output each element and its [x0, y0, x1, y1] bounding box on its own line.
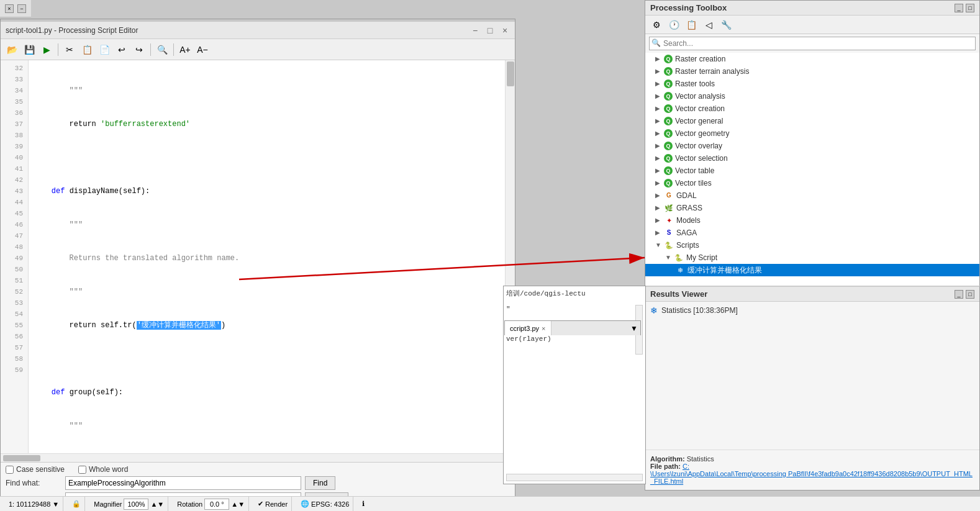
tree-item-vector-table[interactable]: ▶ Q Vector table — [645, 165, 979, 177]
tree-item-raster-terrain[interactable]: ▶ Q Raster terrain analysis — [645, 65, 979, 78]
grass-icon: 🌿 — [664, 203, 674, 213]
second-editor-hscrollbar[interactable] — [506, 474, 643, 481]
toolbox-help-btn[interactable]: ◁ — [701, 17, 716, 32]
close-btn[interactable]: × — [500, 25, 510, 35]
line-num-34: 34 — [1, 85, 28, 96]
tree-label-vector-analysis: Vector analysis — [675, 90, 725, 102]
line-num-46: 46 — [1, 219, 28, 230]
results-item-statistics[interactable]: ❄ Statistics [10:38:36PM] — [650, 304, 974, 317]
case-sensitive-checkbox[interactable] — [6, 466, 14, 474]
editor-hscrollbar[interactable] — [1, 453, 515, 462]
tree-label-vector-overlay: Vector overlay — [675, 140, 722, 152]
status-crs[interactable]: 🌐 EPSG: 4326 — [297, 497, 353, 511]
toolbox-results-btn[interactable]: 📋 — [684, 17, 699, 32]
tree-item-vector-overlay[interactable]: ▶ Q Vector overlay — [645, 140, 979, 152]
status-messages[interactable]: ℹ — [358, 497, 368, 511]
case-sensitive-label[interactable]: Case sensitive — [6, 465, 65, 474]
find-btn-toolbar[interactable]: 🔍 — [155, 42, 170, 57]
raster-terrain-icon: Q — [664, 67, 673, 76]
second-tab-close[interactable]: × — [542, 325, 545, 332]
line-num-49: 49 — [1, 253, 28, 264]
restore-btn[interactable]: □ — [485, 25, 495, 35]
minimize-btn[interactable]: − — [470, 25, 480, 35]
line-num-47: 47 — [1, 230, 28, 242]
tree-item-scripts[interactable]: ▼ 🐍 Scripts — [645, 239, 979, 251]
line-num-43: 43 — [1, 186, 28, 197]
code-line-42: """ — [34, 420, 500, 432]
toolbox-history-btn[interactable]: 🕐 — [666, 17, 681, 32]
line-num-51: 51 — [1, 275, 28, 286]
line-num-33: 33 — [1, 74, 28, 85]
font-decrease-btn[interactable]: A− — [195, 42, 210, 57]
code-area[interactable]: """ return 'bufferrasterextend' def disp… — [29, 60, 505, 453]
tree-item-vector-general[interactable]: ▶ Q Vector general — [645, 115, 979, 127]
results-title: Results Viewer — [650, 289, 707, 299]
toolbox-run-btn[interactable]: ⚙ — [649, 17, 664, 32]
tree-item-myscript[interactable]: ▼ 🐍 My Script — [645, 251, 979, 264]
algo-info-path[interactable]: \Users\lzuni\AppData\Local\Temp\processi… — [650, 470, 974, 485]
tree-item-buffer-script[interactable]: ❄ 缓冲计算并栅格化结果 — [645, 264, 979, 276]
tree-item-raster-creation[interactable]: ▶ Q Raster creation — [645, 53, 979, 65]
code-line-41: def group(self): — [34, 387, 500, 398]
open-file-btn[interactable]: 📂 — [4, 42, 19, 57]
magnifier-label: Magnifier — [94, 500, 122, 508]
line-num-57: 57 — [1, 342, 28, 353]
whole-word-label[interactable]: Whole word — [78, 465, 128, 474]
tree-toggle: ▼ — [655, 239, 661, 251]
save-btn[interactable]: 💾 — [22, 42, 37, 57]
line-num-38: 38 — [1, 130, 28, 141]
tree-item-raster-tools[interactable]: ▶ Q Raster tools — [645, 78, 979, 90]
scrollbar-thumb[interactable] — [507, 61, 514, 86]
hscrollbar-thumb[interactable] — [3, 455, 40, 461]
second-editor: 培训/code/qgis-lectu " f, "dem") ver(rlaye… — [503, 286, 646, 484]
paste-btn[interactable]: 📄 — [97, 42, 112, 57]
tree-toggle: ▼ — [665, 251, 671, 264]
tree-toggle: ▶ — [655, 102, 661, 115]
vector-analysis-icon: Q — [664, 92, 673, 101]
rotation-input[interactable] — [204, 499, 229, 510]
separator3 — [173, 43, 174, 56]
magnifier-stepper[interactable]: ▲▼ — [150, 500, 164, 508]
run-btn[interactable]: ▶ — [39, 42, 54, 57]
line-num-55: 55 — [1, 320, 28, 331]
tree-item-saga[interactable]: ▶ S SAGA — [645, 227, 979, 239]
find-what-input[interactable] — [65, 476, 301, 490]
line-numbers: 32 33 34 35 36 37 38 39 40 41 42 43 44 4… — [1, 60, 29, 453]
tree-item-models[interactable]: ▶ ✦ Models — [645, 214, 979, 227]
top-close-btn[interactable]: × — [5, 4, 14, 13]
redo-btn[interactable]: ↪ — [132, 42, 147, 57]
tree-item-vector-geometry[interactable]: ▶ Q Vector geometry — [645, 127, 979, 140]
cut-btn[interactable]: ✂ — [62, 42, 77, 57]
tree-label-saga: SAGA — [676, 227, 697, 239]
top-min-btn[interactable]: − — [17, 4, 26, 13]
results-maximize-btn[interactable]: □ — [966, 290, 974, 299]
whole-word-checkbox[interactable] — [78, 466, 86, 474]
tree-item-vector-analysis[interactable]: ▶ Q Vector analysis — [645, 90, 979, 102]
second-editor-tab[interactable]: ccript3.py × — [505, 321, 551, 335]
tab-dropdown-btn[interactable]: ▼ — [628, 324, 640, 333]
models-icon: ✦ — [664, 215, 674, 225]
toolbox-minimize-btn[interactable]: _ — [955, 4, 963, 12]
algo-value: Statistics — [687, 455, 714, 463]
toolbox-settings-btn[interactable]: 🔧 — [719, 17, 733, 32]
find-button[interactable]: Find — [305, 476, 335, 490]
tree-item-vector-tiles[interactable]: ▶ Q Vector tiles — [645, 177, 979, 189]
toolbox-maximize-btn[interactable]: □ — [966, 4, 974, 12]
line-num-52: 52 — [1, 286, 28, 297]
rotation-stepper[interactable]: ▲▼ — [231, 500, 245, 508]
copy-btn[interactable]: 📋 — [79, 42, 94, 57]
line-num-32: 32 — [1, 63, 28, 74]
tree-label-vector-general: Vector general — [675, 115, 723, 127]
tree-item-vector-selection[interactable]: ▶ Q Vector selection — [645, 152, 979, 165]
results-minimize-btn[interactable]: _ — [955, 290, 963, 299]
font-increase-btn[interactable]: A+ — [178, 42, 193, 57]
toolbox-search-input[interactable] — [649, 37, 976, 50]
tree-item-gdal[interactable]: ▶ G GDAL — [645, 189, 979, 202]
undo-btn[interactable]: ↩ — [114, 42, 129, 57]
raster-tools-icon: Q — [664, 79, 673, 88]
tree-item-grass[interactable]: ▶ 🌿 GRASS — [645, 202, 979, 214]
results-item-label: Statistics [10:38:36PM] — [661, 306, 738, 315]
tree-item-vector-creation[interactable]: ▶ Q Vector creation — [645, 102, 979, 115]
magnifier-input[interactable] — [124, 499, 148, 510]
filepath-link[interactable]: C: — [683, 463, 689, 470]
